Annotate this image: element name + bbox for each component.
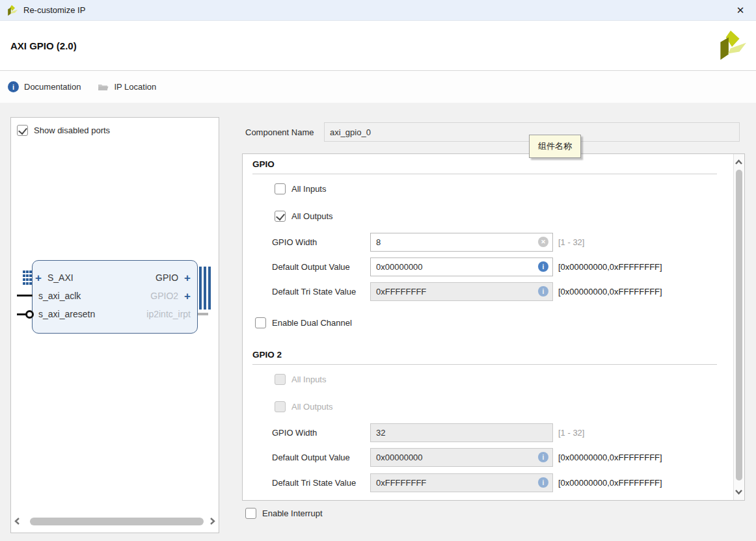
port-s-axi-aresetn: s_axi_aresetn: [38, 309, 95, 319]
all-outputs-label: All Outputs: [291, 211, 333, 221]
default-tri-state-range: [0x00000000,0xFFFFFFFF]: [558, 287, 662, 297]
all-outputs-row: All Outputs: [275, 211, 333, 222]
default-output-range: [0x00000000,0xFFFFFFFF]: [558, 262, 662, 272]
recustomize-ip-dialog: Re-customize IP ✕ AXI GPIO (2.0) i Docum…: [0, 0, 756, 541]
port-s-axi-aclk: s_axi_aclk: [38, 291, 81, 301]
config-vertical-scrollbar: [733, 154, 744, 500]
gpio2-bus-stub: [199, 287, 211, 310]
ip-toolbar: i Documentation IP Location: [0, 71, 756, 103]
interface-pin-stub[interactable]: [23, 270, 32, 285]
enable-dual-channel-checkbox[interactable]: [255, 317, 266, 328]
gpio-bus-stub: [199, 267, 211, 289]
documentation-icon: i: [8, 81, 19, 92]
info-icon[interactable]: i: [538, 477, 548, 488]
gpio2-all-inputs-row: All Inputs: [275, 374, 326, 385]
all-outputs-checkbox[interactable]: [275, 211, 286, 222]
gpio2-default-output-input: [370, 448, 553, 467]
port-gpio: GPIO: [155, 272, 178, 283]
port-row-gpio: GPIO +: [155, 271, 191, 284]
component-name-label: Component Name: [245, 127, 314, 137]
ip-title: AXI GPIO (2.0): [10, 40, 77, 51]
info-icon[interactable]: i: [538, 261, 548, 272]
info-icon[interactable]: i: [538, 452, 548, 462]
enable-dual-channel-label: Enable Dual Channel: [272, 318, 352, 328]
gpio2-width-range: [1 - 32]: [558, 428, 584, 438]
gpio2-all-outputs-label: All Outputs: [291, 402, 333, 412]
gpio2-all-outputs-checkbox: [275, 401, 286, 412]
default-output-input[interactable]: [370, 257, 553, 276]
ip-location-button[interactable]: IP Location: [98, 82, 156, 92]
gpio2-default-tri-state-label: Default Tri State Value: [272, 478, 370, 488]
config-panel: GPIO All Inputs All Outputs GPIO Width ✕…: [242, 153, 745, 501]
show-disabled-ports-checkbox[interactable]: [17, 125, 28, 136]
clock-pin-stub: [17, 295, 33, 297]
port-s-axi: S_AXI: [47, 272, 74, 283]
port-gpio2: GPIO2: [150, 291, 178, 301]
scroll-down-button[interactable]: [733, 486, 744, 497]
gpio-width-label: GPIO Width: [272, 237, 370, 247]
gpio-section-rule: [252, 174, 717, 174]
gpio2-default-tri-state-row: Default Tri State Value i [0x00000000,0x…: [272, 473, 662, 492]
gpio2-default-output-label: Default Output Value: [272, 453, 370, 462]
reset-pin-bubble: [25, 310, 34, 319]
clear-icon[interactable]: ✕: [538, 237, 548, 247]
gpio-width-input[interactable]: [370, 233, 553, 252]
vertical-scroll-thumb[interactable]: [736, 170, 742, 481]
gpio2-all-inputs-label: All Inputs: [291, 375, 326, 384]
enable-interrupt-checkbox[interactable]: [245, 508, 256, 519]
dialog-header: AXI GPIO (2.0): [0, 21, 756, 71]
ip-location-label: IP Location: [114, 82, 156, 92]
default-tri-state-input: [370, 282, 553, 301]
default-tri-state-row: Default Tri State Value i [0x00000000,0x…: [272, 282, 662, 301]
block-diagram-panel: Show disabled ports + S_AXI s_axi_aclk s…: [10, 117, 219, 533]
all-inputs-checkbox[interactable]: [275, 183, 286, 194]
title-bar: Re-customize IP ✕: [0, 0, 756, 21]
port-row-ip2intc: ip2intc_irpt: [146, 308, 191, 321]
expand-gpio2-icon[interactable]: +: [184, 291, 191, 302]
expand-gpio-icon[interactable]: +: [184, 272, 191, 284]
default-output-row: Default Output Value i [0x00000000,0xFFF…: [272, 257, 662, 276]
default-output-label: Default Output Value: [272, 262, 370, 272]
port-ip2intc-irpt: ip2intc_irpt: [146, 309, 191, 319]
gpio2-width-row: GPIO Width [1 - 32]: [272, 423, 584, 442]
gpio-width-range: [1 - 32]: [558, 237, 584, 247]
gpio2-section-rule: [252, 364, 717, 365]
port-row-aclk: s_axi_aclk: [38, 289, 81, 302]
horizontal-scroll-thumb[interactable]: [30, 518, 204, 525]
diagram-horizontal-scrollbar: [12, 516, 218, 527]
close-button[interactable]: ✕: [725, 0, 756, 21]
scroll-left-button[interactable]: [12, 516, 23, 527]
window-title: Re-customize IP: [23, 5, 85, 15]
gpio-width-row: GPIO Width ✕ [1 - 32]: [272, 233, 584, 252]
xilinx-icon: [5, 4, 18, 17]
documentation-label: Documentation: [24, 82, 81, 92]
gpio2-all-inputs-checkbox: [275, 374, 286, 385]
gpio2-default-tri-state-range: [0x00000000,0xFFFFFFFF]: [558, 478, 662, 488]
gpio2-all-outputs-row: All Outputs: [275, 401, 333, 412]
expand-s-axi-icon[interactable]: +: [35, 272, 42, 284]
ip2intc-stub: [198, 313, 208, 315]
gpio-section-title: GPIO: [252, 159, 275, 169]
enable-interrupt-row: Enable Interrupt: [245, 508, 323, 519]
show-disabled-ports-label: Show disabled ports: [34, 125, 110, 135]
all-inputs-row: All Inputs: [275, 183, 326, 194]
enable-dual-channel-row: Enable Dual Channel: [255, 317, 352, 328]
gpio2-width-label: GPIO Width: [272, 428, 370, 438]
xilinx-logo: [714, 29, 747, 62]
port-row-aresetn: s_axi_aresetn: [38, 308, 95, 321]
show-disabled-ports-row: Show disabled ports: [17, 125, 110, 136]
gpio2-default-tri-state-input: [370, 473, 553, 492]
gpio2-section-title: GPIO 2: [252, 350, 282, 360]
gpio2-default-output-range: [0x00000000,0xFFFFFFFF]: [558, 453, 662, 462]
documentation-button[interactable]: i Documentation: [8, 81, 81, 92]
scroll-up-button[interactable]: [733, 157, 744, 168]
info-icon[interactable]: i: [538, 286, 548, 297]
all-inputs-label: All Inputs: [291, 184, 326, 194]
port-row-gpio2: GPIO2 +: [150, 289, 191, 302]
port-row-s-axi: + S_AXI: [35, 271, 74, 284]
default-tri-state-label: Default Tri State Value: [272, 287, 370, 297]
enable-interrupt-label: Enable Interrupt: [262, 508, 323, 518]
gpio2-default-output-row: Default Output Value i [0x00000000,0xFFF…: [272, 448, 662, 467]
scroll-right-button[interactable]: [207, 516, 218, 527]
gpio2-width-input: [370, 423, 553, 442]
